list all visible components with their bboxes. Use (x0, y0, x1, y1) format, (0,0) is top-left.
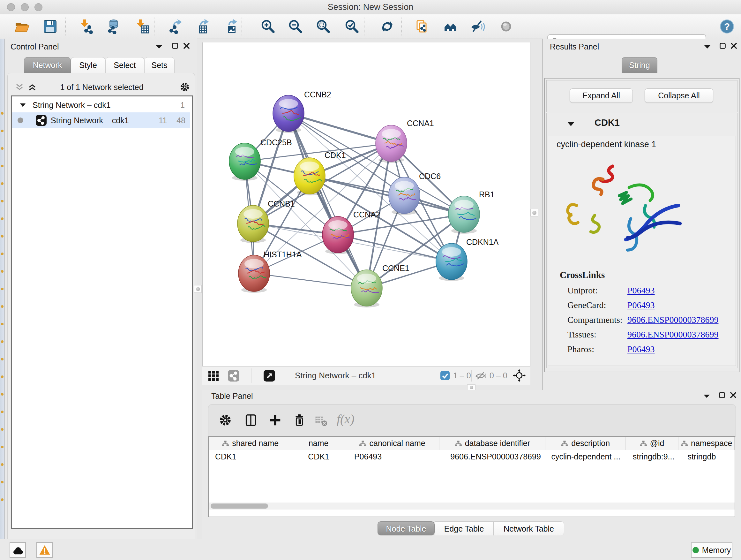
network-snapshot-button[interactable] (414, 18, 430, 35)
import-table-button[interactable] (134, 18, 151, 35)
tab-network[interactable]: Network (24, 57, 71, 73)
strip-dot-icon (1, 393, 3, 395)
show-panel-button[interactable] (498, 18, 515, 35)
memory-button[interactable]: Memory (691, 543, 732, 558)
crosslink-pharos[interactable]: P06493 (627, 342, 718, 357)
expand-all-button[interactable]: Expand All (569, 88, 633, 103)
tab-style[interactable]: Style (71, 57, 105, 73)
string-view-icon[interactable] (227, 370, 240, 382)
column-header--id[interactable]: @id (626, 437, 679, 450)
crosslink-genecard[interactable]: P06493 (627, 298, 718, 313)
results-panel-float-icon[interactable] (720, 43, 726, 49)
tab-edge-table[interactable]: Edge Table (434, 521, 493, 536)
card-collapse-icon[interactable] (567, 122, 575, 126)
add-column-icon[interactable] (268, 413, 282, 428)
table-cell[interactable]: 9606.ENSP00000378699 (440, 450, 545, 463)
horizontal-scrollbar[interactable] (209, 503, 735, 509)
column-header-namespace[interactable]: namespace (678, 437, 735, 450)
control-panel-menu-icon[interactable] (156, 45, 162, 49)
column-header-shared-name[interactable]: shared name (209, 437, 292, 450)
results-panel-close-icon[interactable] (731, 43, 737, 49)
zoom-fit-button[interactable] (315, 18, 332, 35)
results-panel-menu-icon[interactable] (704, 45, 711, 49)
expand-all-icon[interactable] (28, 84, 37, 91)
tab-node-table[interactable]: Node Table (378, 521, 434, 536)
network-edge[interactable] (288, 113, 367, 288)
apply-layout-button[interactable] (379, 18, 395, 35)
delete-column-icon[interactable] (292, 413, 307, 428)
network-node-hist1h1a[interactable]: HIST1H1A (239, 250, 302, 293)
table-cell[interactable]: stringdb:9... (626, 450, 679, 463)
zoom-out-button[interactable] (287, 18, 304, 35)
table-cell[interactable]: stringdb (678, 450, 735, 463)
hide-panel-button[interactable] (469, 18, 486, 35)
open-session-button[interactable] (13, 18, 30, 35)
table-cell[interactable]: CDK1 (209, 450, 292, 463)
network-node-cdc25b[interactable]: CDC25B (229, 138, 292, 181)
network-edge[interactable] (254, 273, 367, 288)
network-row-selected[interactable]: String Network – cdk1 11 48 (12, 112, 190, 128)
table-cell[interactable]: cyclin-dependent ... (545, 450, 625, 463)
warnings-button[interactable] (37, 542, 53, 558)
network-node-rb1[interactable]: RB1 (448, 190, 495, 234)
network-node-cdkn1a[interactable]: CDKN1A (436, 238, 499, 281)
grid-view-icon[interactable] (208, 370, 219, 381)
cloud-status-button[interactable] (10, 542, 26, 558)
network-node-cdc6[interactable]: CDC6 (389, 172, 441, 215)
export-image-button[interactable] (223, 18, 239, 35)
crosslink-tissues[interactable]: 9606.ENSP00000378699 (627, 327, 718, 342)
table-options-gear-icon[interactable] (218, 413, 232, 428)
control-panel-float-icon[interactable] (172, 43, 178, 49)
eye-slash-icon (470, 19, 485, 34)
tab-select[interactable]: Select (105, 57, 144, 73)
tab-string[interactable]: String (622, 57, 657, 73)
column-header-canonical-name[interactable]: canonical name (345, 437, 440, 450)
network-node-ccnb1[interactable]: CCNB1 (238, 199, 295, 243)
column-header-database-identifier[interactable]: database identifier (440, 437, 545, 450)
import-network-file-button[interactable] (78, 18, 95, 35)
horizontal-splitter-handle[interactable] (467, 384, 475, 390)
table-panel-float-icon[interactable] (719, 392, 725, 398)
scrollbar-thumb[interactable] (211, 503, 268, 509)
network-collection-row[interactable]: String Network – cdk1 1 (12, 98, 190, 112)
collapse-all-icon[interactable] (15, 84, 23, 91)
table-cell[interactable]: P06493 (345, 450, 440, 463)
table-panel-menu-icon[interactable] (704, 395, 710, 398)
open-in-window-icon[interactable] (263, 370, 275, 382)
show-columns-icon[interactable] (244, 413, 258, 428)
table-row[interactable]: CDK1CDK1P064939606.ENSP00000378699cyclin… (209, 450, 735, 463)
table-panel-close-icon[interactable] (730, 392, 736, 398)
result-card-cdk1: CDK1 cyclin-dependent kinase 1 (546, 113, 738, 368)
network-graph[interactable]: CCNB2CCNA1CDC25BCDK1CDC6RB1CCNB1CCNA2CDK… (203, 43, 531, 366)
export-network-button[interactable] (167, 18, 184, 35)
import-network-database-button[interactable] (105, 18, 121, 35)
export-table-button[interactable] (194, 18, 211, 35)
left-splitter-handle[interactable] (194, 285, 202, 293)
application-window: Session: New Session (0, 0, 741, 560)
import-table-icon (135, 19, 150, 34)
network-node-cdk1[interactable]: CDK1 (294, 151, 346, 195)
network-node-ccnb2[interactable]: CCNB2 (273, 90, 331, 133)
network-options-gear-icon[interactable] (179, 81, 191, 93)
birds-eye-view-button[interactable] (442, 18, 459, 35)
network-node-ccne1[interactable]: CCNE1 (351, 264, 409, 307)
control-panel-close-icon[interactable] (184, 43, 190, 49)
column-header-name[interactable]: name (292, 437, 345, 450)
zoom-in-button[interactable] (260, 18, 276, 35)
table-cell[interactable]: CDK1 (292, 450, 345, 463)
right-splitter-handle[interactable] (530, 209, 538, 216)
selected-checkbox-icon[interactable] (440, 371, 450, 381)
birdseye-toggle-icon[interactable] (513, 369, 526, 382)
tab-sets[interactable]: Sets (144, 57, 175, 73)
tab-network-table[interactable]: Network Table (493, 521, 564, 536)
help-button[interactable]: ? (719, 18, 735, 35)
crosslink-uniprot[interactable]: P06493 (627, 283, 718, 298)
save-session-button[interactable] (42, 18, 58, 35)
collapse-all-button[interactable]: Collapse All (645, 88, 713, 103)
tree-expander-icon[interactable] (20, 104, 25, 107)
zoom-selected-button[interactable] (344, 18, 360, 35)
column-header-description[interactable]: description (545, 437, 625, 450)
network-canvas[interactable]: CCNB2CCNA1CDC25BCDK1CDC6RB1CCNB1CCNA2CDK… (202, 43, 530, 366)
network-edge[interactable] (310, 176, 464, 214)
crosslink-compartments[interactable]: 9606.ENSP00000378699 (627, 313, 718, 327)
